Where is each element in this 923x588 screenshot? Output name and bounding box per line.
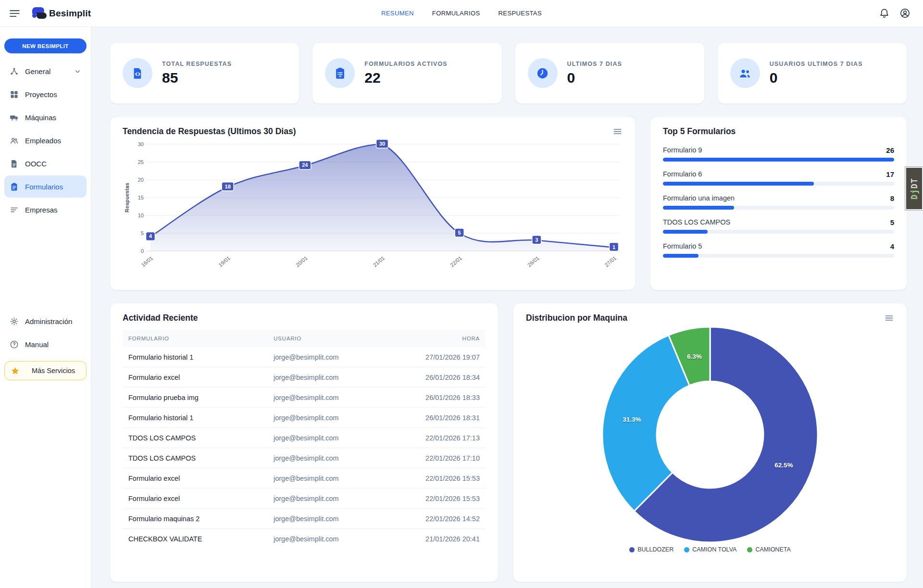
clipboard-icon: [10, 182, 19, 191]
stat-label: TOTAL RESPUESTAS: [162, 61, 232, 67]
chart-legend: BULLDOZER CAMION TOLVA CAMIONETA: [526, 546, 894, 553]
cell-usuario: jorge@besimplit.com: [268, 448, 406, 468]
svg-text:22/01: 22/01: [449, 255, 463, 268]
progress-bar-track: [663, 206, 894, 210]
chart-menu-icon[interactable]: [612, 126, 623, 137]
stat-label: ULTIMOS 7 DIAS: [567, 61, 622, 67]
svg-text:20/01: 20/01: [295, 255, 309, 268]
users-icon: [10, 136, 19, 145]
stat-value: 22: [364, 70, 448, 86]
tab-resumen[interactable]: RESUMEN: [381, 10, 414, 17]
svg-text:27/01: 27/01: [603, 255, 617, 268]
svg-text:5: 5: [458, 230, 461, 236]
svg-text:3: 3: [535, 237, 538, 243]
sidebar-item-mas-servicios[interactable]: Más Servicios: [4, 361, 87, 380]
cell-formulario: Formulario prueba img: [123, 388, 268, 408]
stat-value: 0: [770, 70, 863, 86]
chart-menu-icon[interactable]: [884, 313, 894, 323]
new-besimplit-button[interactable]: NEW BESIMPLIT: [4, 38, 87, 53]
legend-item-camioneta[interactable]: CAMIONETA: [747, 546, 790, 553]
trend-chart-card: Tendencia de Respuestas (Ultimos 30 Dias…: [110, 116, 636, 290]
topbar: Besimplit RESUMENFORMULARIOSRESPUESTAS: [0, 0, 923, 27]
table-row: Formulario excel jorge@besimplit.com 26/…: [123, 367, 486, 388]
sidebar-item-administracion[interactable]: Administración: [4, 310, 87, 332]
sidebar-item-formularios[interactable]: Formularios: [4, 175, 87, 198]
cell-hora: 26/01/2026 18:31: [406, 408, 486, 428]
column-header-hora: HORA: [406, 330, 486, 347]
sidebar-item-oocc[interactable]: OOCC: [4, 152, 87, 175]
cell-hora: 22/01/2026 17:13: [406, 428, 486, 448]
svg-text:5: 5: [141, 230, 144, 236]
svg-text:16/01: 16/01: [140, 255, 154, 268]
sidebar-item-manual[interactable]: Manual: [4, 333, 87, 355]
stat-value: 0: [567, 70, 622, 86]
legend-item-bulldozer[interactable]: BULLDOZER: [629, 546, 674, 553]
svg-text:24: 24: [302, 162, 308, 168]
tab-respuestas[interactable]: RESPUESTAS: [499, 10, 542, 17]
stat-card-usuarios-ultimos-7-dias: USUARIOS ULTIMOS 7 DIAS 0: [717, 42, 907, 104]
svg-text:1: 1: [612, 244, 615, 250]
notifications-bell-icon[interactable]: [879, 8, 890, 19]
top5-item: Formulario 5 4: [663, 242, 894, 258]
services-label: Más Servicios: [32, 367, 75, 375]
table-row: Formulario historial 1 jorge@besimplit.c…: [123, 347, 486, 367]
top5-item-value: 8: [890, 194, 894, 202]
top5-item-value: 17: [886, 170, 894, 178]
table-row: TDOS LOS CAMPOS jorge@besimplit.com 22/0…: [123, 448, 486, 468]
sidebar-footer-nav: Administración Manual: [4, 310, 87, 355]
top5-title: Top 5 Formularios: [663, 126, 894, 137]
activity-title: Actividad Reciente: [123, 313, 486, 323]
cell-hora: 21/01/2026 20:41: [406, 529, 486, 549]
progress-bar-track: [663, 254, 894, 258]
brand-logo[interactable]: Besimplit: [29, 6, 91, 21]
cell-formulario: CHECKBOX VALIDATE: [123, 529, 268, 549]
cell-hora: 26/01/2026 18:33: [406, 388, 486, 408]
clipboard-list-icon: [334, 67, 347, 80]
top5-item: TDOS LOS CAMPOS 5: [663, 218, 894, 234]
legend-item-camion-tolva[interactable]: CAMION TOLVA: [684, 546, 736, 553]
sidebar-item-general[interactable]: General: [4, 60, 87, 82]
topbar-right: [879, 8, 911, 19]
cell-hora: 22/01/2026 15:53: [406, 468, 486, 488]
svg-text:30: 30: [138, 141, 144, 147]
svg-text:10: 10: [138, 213, 144, 218]
top5-item-value: 4: [890, 242, 894, 250]
top5-item: Formulario una imagen 8: [663, 194, 894, 210]
gear-icon: [10, 317, 19, 326]
top5-item-label: Formulario 5: [663, 242, 702, 250]
progress-bar-fill: [663, 254, 698, 258]
top5-card: Top 5 Formularios Formulario 9 26 Formul…: [650, 116, 907, 290]
sidebar-item-empleados[interactable]: Empleados: [4, 129, 87, 151]
debug-toolbar-handle[interactable]: DjDT: [905, 167, 923, 210]
trend-chart: 05101520253016/0119/0120/0121/0122/0126/…: [123, 137, 624, 279]
svg-text:6.3%: 6.3%: [687, 353, 702, 360]
column-header-formulario: FORMULARIO: [123, 330, 268, 347]
file-lines-icon: [10, 159, 19, 168]
cell-usuario: jorge@besimplit.com: [268, 509, 406, 529]
svg-text:0: 0: [141, 248, 144, 254]
progress-bar-fill: [663, 206, 734, 210]
progress-bar-fill: [663, 158, 894, 162]
legend-label: CAMION TOLVA: [692, 546, 736, 553]
top5-list: Formulario 9 26 Formulario 6 17 Formular…: [663, 146, 894, 258]
column-header-usuario: USUARIO: [268, 330, 406, 347]
account-icon[interactable]: [899, 8, 911, 19]
share-nodes-icon: [10, 67, 19, 76]
list-lines-icon: [10, 205, 19, 214]
distribution-chart: 62.5%31.3%6.3%: [526, 325, 894, 542]
grid-icon: [10, 90, 19, 99]
sidebar-item-proyectos[interactable]: Proyectos: [4, 83, 87, 105]
tab-formularios[interactable]: FORMULARIOS: [432, 10, 480, 17]
hamburger-menu-icon[interactable]: [9, 7, 21, 20]
sidebar-item-empresas[interactable]: Empresas: [4, 199, 87, 221]
clock-icon: [536, 67, 549, 80]
cell-formulario: TDOS LOS CAMPOS: [123, 448, 268, 468]
cell-usuario: jorge@besimplit.com: [268, 388, 406, 408]
svg-text:19/01: 19/01: [217, 255, 231, 268]
cell-hora: 22/01/2026 15:53: [406, 488, 486, 509]
top-tabs: RESUMENFORMULARIOSRESPUESTAS: [381, 10, 542, 17]
table-row: CHECKBOX VALIDATE jorge@besimplit.com 21…: [123, 529, 486, 549]
cell-formulario: Formulario excel: [123, 468, 268, 488]
distribution-chart-card: Distribucion por Maquina 62.5%31.3%6.3% …: [513, 303, 907, 582]
sidebar-item-maquinas[interactable]: Máquinas: [4, 106, 87, 128]
